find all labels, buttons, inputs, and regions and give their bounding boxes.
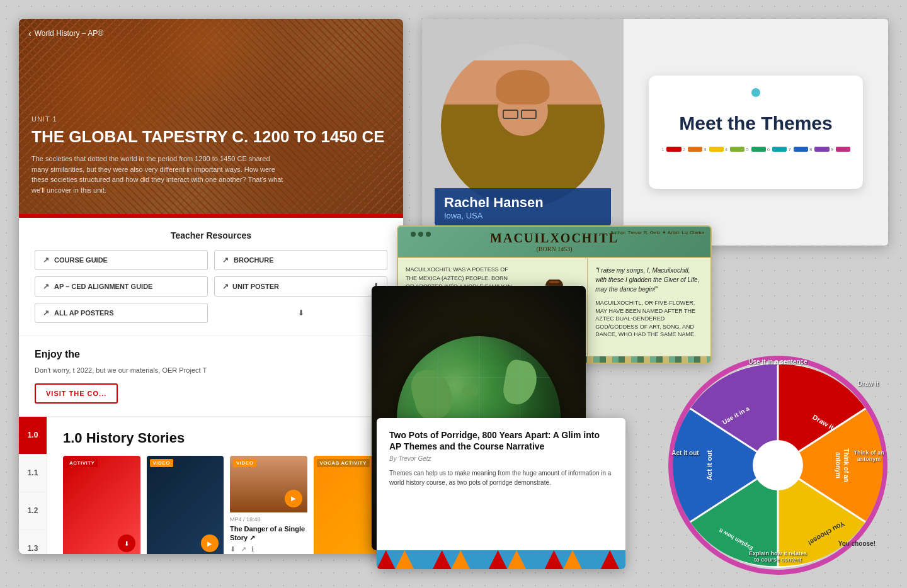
theme-label-3: 3 xyxy=(704,147,706,152)
download-btn-1[interactable]: ⬇ xyxy=(118,534,135,552)
story-card-history-usable: VIDEO ▶ MP4 / 6:23 What Makes History Us… xyxy=(147,456,224,555)
course-guide-label: COURSE GUIDE xyxy=(54,256,108,264)
teacher-panel: Rachel Hansen Iowa, USA Meet the Themes … xyxy=(422,19,888,246)
hero-content: Unit 1 THE GLOBAL TAPESTRY C. 1200 TO 14… xyxy=(31,115,391,195)
meet-themes-card: Meet the Themes 1 2 3 4 5 6 7 8 xyxy=(649,76,863,189)
vocab-wheel-panel: Draw it Think of an antonym You choose! … xyxy=(661,349,894,582)
teacher-right-side: Meet the Themes 1 2 3 4 5 6 7 8 xyxy=(624,19,888,246)
wheel-label-act: Act it out xyxy=(705,450,713,480)
enjoy-title: Enjoy the xyxy=(35,349,387,360)
theme-seg-5 xyxy=(751,147,766,152)
teacher-left-side: Rachel Hansen Iowa, USA xyxy=(422,19,624,246)
meet-themes-dot xyxy=(751,88,760,97)
play-btn-3[interactable]: ▶ xyxy=(285,490,302,507)
themes-bar: 1 2 3 4 5 6 7 8 9 xyxy=(661,147,850,152)
theme-seg-4 xyxy=(730,147,744,152)
external-link-icon: ↗ xyxy=(43,256,49,264)
card-thumb-2: VIDEO ▶ xyxy=(147,456,224,555)
theme-seg-7 xyxy=(794,147,808,152)
teacher-photo-area: Rachel Hansen Iowa, USA xyxy=(435,38,611,227)
continent-asia xyxy=(501,358,539,407)
action-share-3[interactable]: ↗ xyxy=(241,545,246,553)
story-card-draw-history: ACTIVITY ⬇ PDF / 3 Draw Your History ↗ ⬇… xyxy=(63,456,140,555)
svg-rect-2 xyxy=(549,281,559,283)
teacher-name-bar: Rachel Hansen Iowa, USA xyxy=(435,188,611,227)
course-hero: ‹ World History – AP® Unit 1 THE GLOBAL … xyxy=(19,19,403,214)
deco-circle-2 xyxy=(418,232,423,237)
macuil-name-text: MACUILXOCHITL xyxy=(490,231,619,246)
download-placeholder: ⬇ xyxy=(214,303,387,323)
stories-heading: 1.0 History Stories xyxy=(63,430,391,446)
macuil-right-body: MACUILXOCHITL, OR FIVE-FLOWER; MAY HAVE … xyxy=(595,299,703,339)
brochure-button[interactable]: ↗ BROCHURE xyxy=(214,250,387,270)
unit-poster-button[interactable]: ↗ UNIT POSTER ⬇ xyxy=(214,276,387,297)
teacher-avatar-circle xyxy=(441,44,605,208)
brochure-row: ↗ BROCHURE xyxy=(222,256,274,264)
back-link[interactable]: ‹ World History – AP® xyxy=(28,28,103,38)
stories-container: 1.0 1.1 1.2 1.3 1.4 1.0 History Stories xyxy=(19,416,403,555)
all-ap-posters-label: ALL AP POSTERS xyxy=(54,309,114,317)
macuil-quote: "I raise my songs, I, Macuilxochitl, wit… xyxy=(595,266,703,294)
back-arrow-icon: ‹ xyxy=(28,28,31,38)
theme-label-6: 6 xyxy=(767,147,770,152)
action-download-3[interactable]: ⬇ xyxy=(230,545,236,553)
triangle-pattern-svg xyxy=(377,550,625,569)
card-actions-3: ⬇ ↗ ℹ xyxy=(230,545,307,553)
action-info-3[interactable]: ℹ xyxy=(251,545,254,553)
brochure-label: BROCHURE xyxy=(234,256,274,264)
macuil-right-section: "I raise my songs, I, Macuilxochitl, wit… xyxy=(587,258,710,364)
meet-themes-title: Meet the Themes xyxy=(679,113,832,134)
macuil-author-label: Author: Trevor R. Getz ✦ Artist: Liz Cla… xyxy=(610,230,704,235)
sidebar-item-1-0[interactable]: 1.0 xyxy=(19,417,47,455)
course-title: THE GLOBAL TAPESTRY C. 1200 TO 1450 CE xyxy=(31,128,391,146)
story-card-single-story: VIDEO ▶ MP4 / 18:48 The Danger of a Sing… xyxy=(230,456,307,555)
sidebar-item-1-3[interactable]: 1.3 xyxy=(19,530,47,555)
macuil-header: MACUILXOCHITL (BORN 1453) Author: Trevor… xyxy=(398,227,710,258)
teacher-resources-heading: Teacher Resources xyxy=(35,230,387,240)
vocab-wheel-svg: Draw it Think of an antonym You choose! … xyxy=(661,349,894,582)
continent-5 xyxy=(462,385,478,397)
teacher-hair xyxy=(496,70,550,105)
macuil-deco-circles xyxy=(411,232,431,237)
play-btn-2[interactable]: ▶ xyxy=(201,534,219,552)
course-guide-button[interactable]: ↗ COURSE GUIDE xyxy=(35,250,208,270)
extra-download-icon: ⬇ xyxy=(298,308,304,317)
card-thumb-3: VIDEO ▶ xyxy=(230,456,307,512)
theme-seg-1 xyxy=(666,147,681,152)
collage-container: ‹ World History – AP® Unit 1 THE GLOBAL … xyxy=(0,0,907,588)
resources-grid: ↗ COURSE GUIDE ↗ BROCHURE ↗ AP – CED ALI… xyxy=(35,250,387,323)
wheel-label-antonym-2: antonym xyxy=(835,452,841,478)
theme-label-7: 7 xyxy=(788,147,790,152)
unit-poster-label: UNIT POSTER xyxy=(232,283,279,290)
all-ap-posters-button[interactable]: ↗ ALL AP POSTERS xyxy=(35,303,208,323)
glass-left xyxy=(503,110,518,119)
ap-ced-icon: ↗ xyxy=(43,282,49,291)
article-author: By Trevor Getz xyxy=(389,455,613,462)
article-body: Themes can help us to make meaning from … xyxy=(389,468,613,487)
teacher-body-bg xyxy=(441,60,605,208)
teacher-resources-section: Teacher Resources ↗ COURSE GUIDE ↗ BROCH… xyxy=(19,218,403,336)
sidebar-item-1-1[interactable]: 1.1 xyxy=(19,455,47,492)
card-name-3: The Danger of a Single Story ↗ xyxy=(230,524,307,543)
theme-seg-8 xyxy=(814,147,829,152)
theme-seg-2 xyxy=(688,147,702,152)
course-panel: ‹ World History – AP® Unit 1 THE GLOBAL … xyxy=(19,19,403,554)
vocab-badge-4: VOCAB ACTIVITY xyxy=(317,459,370,467)
theme-seg-6 xyxy=(772,147,787,152)
article-pattern-bar xyxy=(377,550,625,569)
theme-label-8: 8 xyxy=(809,147,812,152)
ap-ced-label: AP – CED ALIGNMENT GUIDE xyxy=(54,283,152,290)
theme-label-1: 1 xyxy=(661,147,664,152)
video-badge-3: VIDEO xyxy=(233,459,256,467)
deco-circle-1 xyxy=(411,232,416,237)
visit-course-button[interactable]: VISIT THE CO... xyxy=(35,383,118,404)
brochure-link-icon: ↗ xyxy=(222,256,229,264)
ap-ced-button[interactable]: ↗ AP – CED ALIGNMENT GUIDE xyxy=(35,276,208,297)
sidebar-item-1-2[interactable]: 1.2 xyxy=(19,492,47,530)
enjoy-text: Don't worry, t 2022, but we our material… xyxy=(35,365,387,376)
history-stories-section: 1.0 History Stories ACTIVITY ⬇ PDF / 3 D… xyxy=(47,417,403,555)
sidebar-numbers: 1.0 1.1 1.2 1.3 1.4 xyxy=(19,417,47,555)
unit-poster-icon: ↗ xyxy=(222,282,229,291)
teacher-glasses xyxy=(503,110,537,119)
theme-label-9: 9 xyxy=(831,147,833,152)
